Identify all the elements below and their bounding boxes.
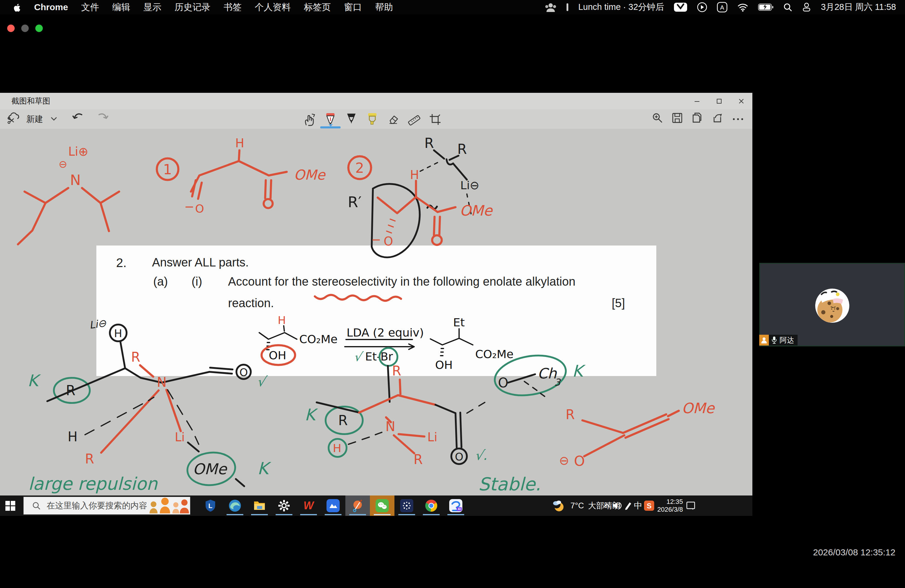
taskbar-search-input[interactable]: 在这里输入你要搜索的内容 (23, 497, 191, 515)
svg-text:W: W (303, 499, 314, 512)
play-icon[interactable] (697, 2, 707, 12)
ballpoint-pen-tool[interactable] (324, 112, 337, 127)
ink-structure-1: 1 H − O OMe (157, 136, 326, 215)
close-button[interactable] (730, 93, 753, 109)
running-indicator (251, 514, 268, 515)
stroke (18, 188, 68, 244)
ink-ts-left: Li⊖ H R K R O √ N (27, 317, 272, 494)
control-center-icon[interactable] (802, 2, 811, 12)
menu-file[interactable]: 文件 (81, 1, 99, 13)
participant-tile[interactable]: 阿达 (759, 263, 905, 346)
apple-icon[interactable] (13, 3, 21, 12)
window-traffic-lights (7, 25, 43, 32)
running-indicator (448, 514, 464, 515)
crop-tool[interactable] (429, 112, 442, 127)
snip-canvas[interactable]: 2. Answer ALL parts. (a) (i) Account for… (0, 129, 753, 496)
h-label: H (114, 327, 122, 340)
stereoselectivity-underline (315, 295, 401, 301)
taskbar-app-ai[interactable]: AI (443, 496, 468, 516)
reaction-arrow (345, 344, 414, 350)
copy-button[interactable] (691, 112, 703, 126)
screen: Chrome 文件 编辑 显示 历史记录 书签 个人资料 标签页 窗口 帮助 L… (0, 0, 905, 588)
tray-ime-indicator[interactable]: 中 (634, 496, 642, 516)
ink-structure-2: 2 R′ R R Li⊖ H − O (348, 135, 493, 257)
svg-text:A: A (720, 4, 724, 11)
tray-volume-icon[interactable] (612, 496, 622, 516)
taskbar-app-wechat[interactable] (370, 496, 394, 516)
people-banner-icon[interactable] (147, 497, 190, 514)
stroke (583, 420, 623, 433)
focus-status-text[interactable]: Lunch time · 32分钟后 (578, 1, 664, 13)
highlighter-tool[interactable] (366, 112, 379, 127)
taskbar-app-meeting[interactable] (321, 496, 345, 516)
taskbar-app-chrome[interactable] (419, 496, 443, 516)
minimize-traffic-button[interactable] (21, 25, 29, 32)
taskbar-app-settings[interactable] (272, 496, 296, 516)
close-traffic-button[interactable] (7, 25, 15, 32)
stroke (394, 435, 414, 453)
new-snip-chevron-icon[interactable] (50, 114, 58, 124)
ink-ts-middle: K R R O √. O Ch 3 K (305, 350, 586, 494)
input-source-icon[interactable]: A (717, 2, 727, 13)
taskbar-app-explorer[interactable] (247, 496, 272, 516)
macos-menubar: Chrome 文件 编辑 显示 历史记录 书签 个人资料 标签页 窗口 帮助 L… (0, 0, 905, 14)
menu-view[interactable]: 显示 (143, 1, 161, 13)
oh-label: OH (269, 349, 286, 362)
menu-bookmarks[interactable]: 书签 (224, 1, 241, 13)
wifi-icon[interactable] (737, 3, 748, 12)
action-center-button[interactable] (686, 496, 696, 516)
zoom-traffic-button[interactable] (35, 25, 43, 32)
tray-clock[interactable]: 12:35 2026/3/8 (657, 496, 683, 516)
menu-profiles[interactable]: 个人资料 (255, 1, 291, 13)
exam-scheme: H CO₂Me OH LDA (2 equiv) Et-Br √ Et CO₂M… (259, 295, 514, 402)
menu-tabs[interactable]: 标签页 (304, 1, 331, 13)
zoom-tool-button[interactable] (652, 112, 663, 126)
save-button[interactable] (672, 112, 683, 126)
tray-chevron[interactable] (603, 496, 611, 516)
participant-nameplate: 阿达 (769, 335, 797, 345)
taskbar-app-lenovo[interactable]: L (198, 496, 223, 516)
battery-icon[interactable] (758, 3, 773, 11)
search-placeholder: 在这里输入你要搜索的内容 (47, 500, 147, 511)
li-minus-label: Li⊖ (89, 317, 107, 331)
oh-label: OH (435, 358, 452, 372)
r-label: R (338, 412, 348, 428)
menubar-app-name[interactable]: Chrome (34, 2, 68, 12)
menu-help[interactable]: 帮助 (375, 1, 393, 13)
start-button[interactable] (5, 501, 16, 512)
minimize-button[interactable] (686, 93, 708, 109)
play-icon-svg (697, 2, 707, 12)
tray-sogou-icon[interactable]: S (644, 496, 654, 516)
capture-app-icon[interactable] (674, 2, 687, 12)
ink-layer[interactable]: Li⊕ ⊖ N 1 H − O OMe (0, 129, 753, 496)
ruler-tool[interactable] (408, 112, 421, 127)
annotated-h: H (278, 314, 286, 326)
menu-window[interactable]: 窗口 (344, 1, 362, 13)
pencil-tool[interactable] (345, 112, 358, 127)
taskbar-app-dots[interactable] (394, 496, 419, 516)
taskbar-app-edge[interactable] (223, 496, 247, 516)
menubar-clock[interactable]: 3月28日 周六 11:58 (821, 1, 896, 13)
stroke (453, 164, 467, 180)
taskbar-app-snip-active[interactable] (345, 496, 370, 516)
stroke (125, 368, 162, 383)
more-options-button[interactable] (732, 114, 745, 124)
menu-history[interactable]: 历史记录 (175, 1, 210, 13)
undo-button[interactable] (72, 112, 84, 126)
minus-label: ⊖ (59, 158, 67, 170)
eraser-tool[interactable] (387, 112, 400, 127)
group-people-icon[interactable] (545, 2, 557, 12)
share-button[interactable] (711, 112, 723, 126)
r-label: R (414, 452, 423, 467)
new-snip-icon[interactable] (6, 112, 20, 126)
search-icon[interactable] (783, 3, 792, 12)
taskbar-app-wps[interactable]: W (296, 496, 321, 516)
touch-writing-tool[interactable] (303, 112, 316, 127)
running-indicator (300, 514, 317, 515)
maximize-button[interactable] (708, 93, 730, 109)
redo-button[interactable] (96, 112, 109, 126)
tray-pen-icon[interactable] (624, 496, 633, 516)
new-snip-button[interactable]: 新建 (26, 113, 43, 125)
menu-edit[interactable]: 编辑 (112, 1, 130, 13)
stroke (265, 180, 271, 198)
